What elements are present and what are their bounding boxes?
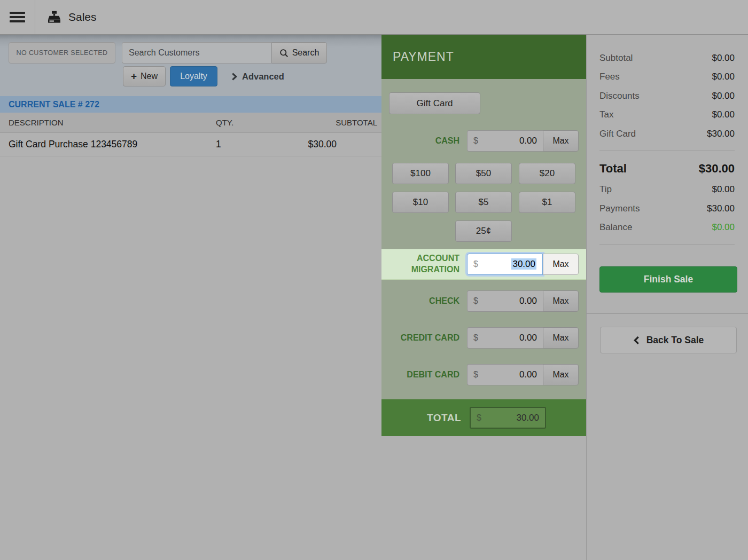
account-migration-label: ACCOUNT MIGRATION — [381, 253, 459, 275]
sale-line-item[interactable]: Gift Card Purchase 123456789 1 $30.00 — [0, 133, 381, 156]
currency-symbol: $ — [473, 136, 478, 146]
fees-label: Fees — [599, 72, 620, 82]
cash-label: CASH — [381, 136, 459, 147]
column-qty: QTY. — [216, 118, 275, 127]
balance-value: $0.00 — [712, 222, 735, 233]
denom-1-button[interactable]: $1 — [519, 192, 575, 213]
new-customer-button[interactable]: + New — [123, 66, 166, 86]
chevron-left-icon — [633, 336, 640, 345]
back-to-sale-label: Back To Sale — [646, 335, 704, 346]
gift-card-value: $30.00 — [707, 129, 735, 139]
debit-card-max-button[interactable]: Max — [543, 364, 579, 385]
summary-row-subtotal: Subtotal $0.00 — [599, 49, 735, 68]
payment-total-input: $ 30.00 — [470, 407, 546, 429]
denom-25c-button[interactable]: 25¢ — [455, 220, 512, 242]
payment-body: Gift Card CASH $ 0.00 Max $100 $50 $20 $… — [381, 79, 586, 399]
loyalty-button[interactable]: Loyalty — [170, 66, 217, 86]
tip-label: Tip — [599, 184, 612, 195]
summary-row-fees: Fees $0.00 — [599, 68, 735, 87]
summary-row-discounts: Discounts $0.00 — [599, 86, 735, 106]
item-qty: 1 — [216, 139, 275, 150]
payment-row-cash: CASH $ 0.00 Max — [381, 130, 586, 152]
currency-symbol: $ — [477, 413, 481, 423]
tip-value: $0.00 — [712, 184, 735, 195]
credit-card-max-button[interactable]: Max — [543, 327, 579, 349]
total-value: $30.00 — [699, 162, 735, 176]
menu-button[interactable] — [0, 0, 35, 34]
discounts-value: $0.00 — [712, 91, 735, 101]
finish-sale-button[interactable]: Finish Sale — [599, 266, 737, 293]
search-button[interactable]: Search — [271, 42, 327, 64]
item-subtotal: $30.00 — [275, 139, 381, 150]
gift-card-button[interactable]: Gift Card — [389, 92, 480, 114]
summary-divider — [599, 151, 735, 151]
column-divider — [587, 313, 748, 314]
plus-icon: + — [131, 71, 137, 81]
current-sale-title: CURRENT SALE # 272 — [0, 96, 381, 113]
column-description: DESCRIPTION — [0, 118, 216, 127]
payments-label: Payments — [599, 203, 640, 214]
sale-table-header: DESCRIPTION QTY. SUBTOTAL — [0, 113, 381, 133]
denom-5-button[interactable]: $5 — [455, 192, 512, 213]
check-amount-input[interactable]: $ 0.00 — [467, 290, 543, 312]
payment-total-label: TOTAL — [381, 412, 461, 424]
summary-row-tip: Tip $0.00 — [599, 180, 735, 200]
top-bar: Sales — [0, 0, 748, 35]
payment-total-band: TOTAL $ 30.00 — [381, 399, 586, 436]
currency-symbol: $ — [473, 333, 478, 343]
search-input[interactable] — [122, 42, 271, 64]
cash-max-button[interactable]: Max — [543, 130, 579, 152]
cash-amount-input[interactable]: $ 0.00 — [467, 130, 543, 152]
payment-panel: PAYMENT Gift Card CASH $ 0.00 Max $100 $… — [381, 35, 586, 436]
payment-header: PAYMENT — [381, 35, 586, 79]
no-customer-button[interactable]: NO CUSTOMER SELECTED — [9, 42, 115, 64]
hamburger-icon — [10, 10, 25, 25]
column-subtotal: SUBTOTAL — [275, 118, 381, 127]
check-max-button[interactable]: Max — [543, 290, 579, 312]
page-title: Sales — [68, 11, 97, 23]
currency-symbol: $ — [473, 259, 478, 269]
cash-register-icon — [47, 10, 61, 25]
credit-card-amount-value: 0.00 — [478, 333, 537, 343]
advanced-link[interactable]: Advanced — [231, 66, 284, 86]
discounts-label: Discounts — [599, 91, 640, 101]
denom-100-button[interactable]: $100 — [392, 163, 449, 184]
payment-row-account-migration: ACCOUNT MIGRATION $ 30.00 Max — [381, 249, 586, 280]
check-label: CHECK — [381, 296, 459, 307]
summary-row-tax: Tax $0.00 — [599, 106, 735, 125]
debit-card-amount-input[interactable]: $ 0.00 — [467, 364, 543, 385]
app-brand: Sales — [47, 0, 97, 34]
denom-10-button[interactable]: $10 — [392, 192, 449, 213]
payment-row-debit-card: DEBIT CARD $ 0.00 Max — [381, 364, 586, 385]
fees-value: $0.00 — [712, 72, 735, 82]
account-migration-amount-value: 30.00 — [511, 258, 536, 270]
tax-value: $0.00 — [712, 109, 735, 120]
tax-label: Tax — [599, 109, 613, 120]
summary-divider — [599, 244, 735, 244]
summary-row-balance: Balance $0.00 — [599, 218, 735, 238]
pos-sales-screen: Sales NO CUSTOMER SELECTED Search + New … — [0, 0, 748, 560]
debit-card-label: DEBIT CARD — [381, 369, 459, 381]
cash-amount-value: 0.00 — [478, 136, 537, 146]
summary-row-gift-card: Gift Card $30.00 — [599, 124, 735, 144]
denom-20-button[interactable]: $20 — [519, 163, 575, 184]
customer-search: Search — [122, 42, 327, 64]
account-migration-max-button[interactable]: Max — [543, 254, 579, 275]
advanced-link-label: Advanced — [242, 72, 284, 82]
sale-summary-panel: Subtotal $0.00 Fees $0.00 Discounts $0.0… — [586, 35, 748, 560]
payment-row-check: CHECK $ 0.00 Max — [381, 290, 586, 312]
currency-symbol: $ — [473, 296, 478, 306]
payment-total-value: 30.00 — [481, 413, 539, 423]
debit-card-amount-value: 0.00 — [478, 369, 537, 380]
currency-symbol: $ — [473, 370, 478, 380]
total-label: Total — [599, 162, 627, 176]
account-migration-amount-input[interactable]: $ 30.00 — [467, 254, 543, 275]
item-description: Gift Card Purchase 123456789 — [0, 139, 216, 150]
search-button-label: Search — [292, 48, 320, 58]
chevron-right-icon — [231, 73, 238, 81]
summary-row-total: Total $30.00 — [599, 157, 735, 180]
credit-card-amount-input[interactable]: $ 0.00 — [467, 327, 543, 349]
denom-50-button[interactable]: $50 — [455, 163, 512, 184]
back-to-sale-button[interactable]: Back To Sale — [600, 327, 737, 353]
summary-row-payments: Payments $30.00 — [599, 199, 735, 218]
